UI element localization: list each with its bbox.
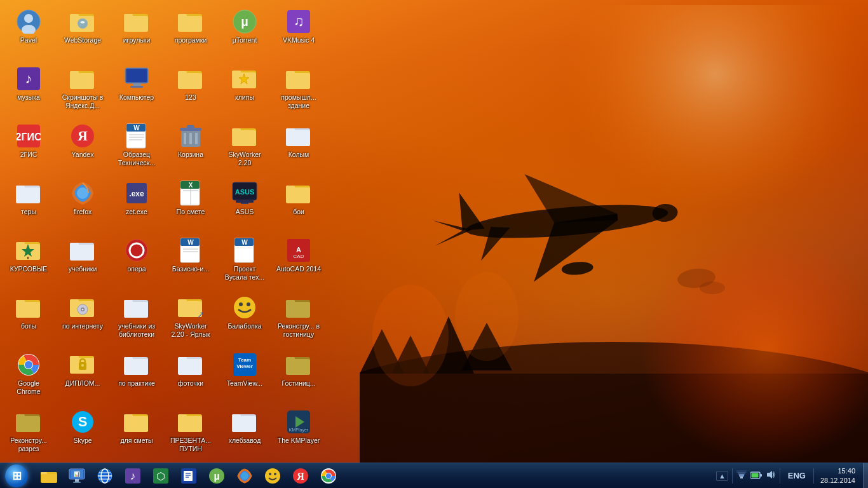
desktop-icon-po-praktike[interactable]: по практике	[111, 348, 162, 402]
desktop-icon-skyworker[interactable]: SkyWorker 2.20	[219, 119, 270, 173]
desktop-icon-uchebniki[interactable]: учебники	[57, 234, 108, 288]
svg-point-211	[265, 468, 280, 484]
icon-label-firefox: firefox	[74, 208, 92, 216]
icon-label-webstorage: WebStorage	[64, 36, 101, 44]
taskbar-icons-area: 📊 ♪	[33, 463, 711, 489]
desktop-icon-123[interactable]: 123	[165, 62, 216, 116]
desktop-icon-prezenta[interactable]: ПРЕЗЕНТА... ПУТИН	[165, 405, 216, 459]
desktop-icon-obrazec[interactable]: W Образец Техническ...	[111, 119, 162, 173]
icon-label-po-internetu: по интернету	[62, 322, 103, 330]
desktop-icon-posmete[interactable]: X По смете	[165, 177, 216, 231]
desktop-icon-gostinit[interactable]: Гостиниц...	[273, 348, 324, 402]
desktop-icon-kolym[interactable]: Колым	[273, 119, 324, 173]
desktop-icon-boi[interactable]: бои	[273, 177, 324, 231]
svg-rect-133	[178, 299, 187, 303]
icon-image-bazisnoe: W	[178, 238, 203, 263]
desktop-icon-teamviewer[interactable]: Team Viewer TeamView...	[219, 348, 270, 402]
desktop-icon-rekonstrukt2[interactable]: Реконстру... разрез	[3, 405, 54, 459]
desktop-icon-2gis[interactable]: 2ГИС 2ГИС	[3, 119, 54, 173]
desktop-icon-rekonstrukt1[interactable]: Реконстру... в гостиницу	[273, 291, 324, 345]
desktop-icon-firefox[interactable]: firefox	[57, 177, 108, 231]
taskbar-icon-utorrent[interactable]: µ	[203, 464, 230, 488]
taskbar-icon-music[interactable]: ♪	[119, 464, 146, 488]
icon-label-khlebzavod: хлебзавод	[229, 437, 261, 445]
desktop-icon-dlya-smety[interactable]: для сметы	[111, 405, 162, 459]
svg-rect-173	[232, 416, 256, 432]
icon-label-utorrent: µTorrent	[233, 36, 257, 44]
icon-image-gostinit	[286, 352, 311, 377]
icon-label-prom: промышл... здание	[276, 93, 322, 109]
desktop-icon-asus[interactable]: ASUS ASUS	[219, 177, 270, 231]
desktop-icon-skype[interactable]: S Skype	[57, 405, 108, 459]
desktop-icon-autocad[interactable]: A CAD AutoCAD 2014	[273, 234, 324, 288]
desktop-icon-diplom[interactable]: ДИПЛОМ...	[57, 348, 108, 402]
clock-date: 28.12.2014	[820, 476, 855, 485]
svg-text:♪: ♪	[25, 71, 32, 86]
taskbar-icon-files[interactable]	[175, 464, 202, 488]
desktop-icon-prom[interactable]: промышл... здание	[273, 62, 324, 116]
taskbar-icon-yandex[interactable]: Я	[287, 464, 314, 488]
svg-text:µ: µ	[214, 471, 219, 482]
start-orb[interactable]: ⊞	[5, 464, 28, 487]
svg-text:📊: 📊	[74, 471, 80, 477]
icon-label-obrazec: Образец Техническ...	[114, 151, 159, 166]
desktop-icon-po-internetu[interactable]: по интернету	[57, 291, 108, 345]
desktop-icon-igry[interactable]: игрульки	[111, 5, 162, 59]
icon-image-pavel	[16, 9, 41, 34]
icon-image-prom	[286, 66, 311, 92]
icon-label-kolym: Колым	[288, 151, 309, 159]
show-desktop-button[interactable]	[863, 463, 868, 489]
svg-rect-130	[124, 300, 133, 304]
taskbar-icon-monitor[interactable]: 📊	[64, 464, 90, 488]
desktop-icon-opera[interactable]: опера	[111, 234, 162, 288]
taskbar-icon-greenapp[interactable]: ⬡	[147, 464, 174, 488]
svg-text:Team: Team	[238, 357, 251, 363]
svg-text:Viewer: Viewer	[236, 363, 253, 369]
desktop-icon-proekt[interactable]: W Проект Вусала тех...	[219, 234, 270, 288]
svg-text:S: S	[78, 414, 88, 430]
desktop-icon-webstorage[interactable]: WebStorage	[57, 5, 108, 59]
icon-image-rekonstrukt2	[16, 409, 41, 435]
svg-rect-26	[70, 14, 79, 18]
svg-rect-46	[130, 86, 143, 88]
taskbar-icon-ie[interactable]	[92, 464, 118, 488]
desktop-icon-khlebzavod[interactable]: хлебзавод	[219, 405, 270, 459]
svg-rect-160	[286, 357, 295, 361]
desktop-icon-zetexe[interactable]: .exe zet.exe	[111, 177, 162, 231]
icon-label-skyworker-link: SkyWorker 2.20 - Ярлык	[168, 322, 214, 338]
desktop-icon-screenshots[interactable]: Скриншоты в Яндекс.Д...	[57, 62, 108, 116]
desktop-icon-chrome[interactable]: Google Chrome	[3, 348, 54, 402]
desktop-icon-klipy[interactable]: клипы	[219, 62, 270, 116]
desktop-icon-fotochki[interactable]: фоточки	[165, 348, 216, 402]
desktop-icon-kmplayer[interactable]: KMPlayer The KMPlayer	[273, 405, 324, 459]
tray-show-hidden[interactable]: ▲	[716, 471, 728, 481]
tray-volume[interactable]	[766, 470, 776, 482]
desktop-icon-vkmusic[interactable]: ♫ VKMusic 4	[273, 5, 324, 59]
svg-rect-168	[124, 414, 133, 418]
tray-battery[interactable]	[750, 471, 762, 481]
desktop-icon-yandex[interactable]: Я Yandex	[57, 119, 108, 173]
svg-rect-32	[178, 16, 202, 32]
start-button[interactable]: ⊞	[0, 463, 33, 489]
desktop-icon-balabolka[interactable]: Балаболка	[219, 291, 270, 345]
language-indicator[interactable]: ENG	[784, 471, 810, 480]
system-clock[interactable]: 15:40 28.12.2014	[818, 466, 858, 485]
desktop-icon-muzyka[interactable]: ♪ музыка	[3, 62, 54, 116]
taskbar-icon-explorer[interactable]	[36, 464, 62, 488]
taskbar-icon-chrome[interactable]	[315, 464, 342, 488]
desktop-icon-uchebniki-bib[interactable]: учебники из библиотеки	[111, 291, 162, 345]
desktop-icon-pavel[interactable]: Pavel	[3, 5, 54, 59]
desktop-icon-bazisnoe[interactable]: W Базисно-и...	[165, 234, 216, 288]
desktop-icon-utorrent[interactable]: µ µTorrent	[219, 5, 270, 59]
desktop-icon-programmy[interactable]: програмки	[165, 5, 216, 59]
tray-network[interactable]	[736, 470, 747, 482]
desktop-icon-skyworker-link[interactable]: ↗ SkyWorker 2.20 - Ярлык	[165, 291, 216, 345]
taskbar-icon-smiley[interactable]	[259, 464, 286, 488]
desktop-icon-kursovye[interactable]: КУРСОВЫЕ	[3, 234, 54, 288]
svg-rect-163	[16, 414, 25, 418]
taskbar-icon-firefox[interactable]	[231, 464, 258, 488]
desktop-icon-korzina[interactable]: Корзина	[165, 119, 216, 173]
desktop-icon-boty[interactable]: боты	[3, 291, 54, 345]
desktop-icon-computer[interactable]: Компьютер	[111, 62, 162, 116]
desktop-icon-tery[interactable]: теры	[3, 177, 54, 231]
